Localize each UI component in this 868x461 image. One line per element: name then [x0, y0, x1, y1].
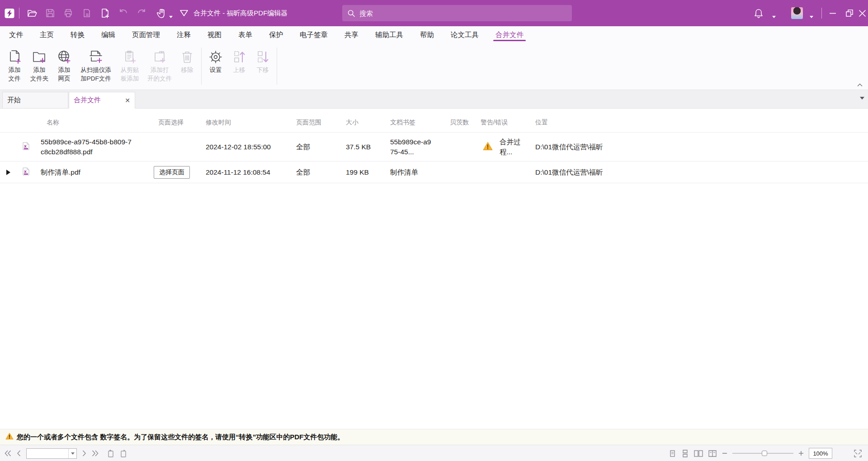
tab-close-icon[interactable]: ✕	[125, 97, 130, 104]
menu-share[interactable]: 共享	[344, 26, 359, 43]
menu-edit[interactable]: 编辑	[101, 26, 115, 43]
warning-icon	[483, 142, 493, 152]
column-header-size[interactable]: 大小	[346, 119, 359, 127]
next-page-icon[interactable]	[82, 450, 86, 456]
single-page-view-icon[interactable]	[669, 450, 676, 457]
previous-view-icon[interactable]	[107, 449, 114, 457]
column-header-modified[interactable]: 修改时间	[206, 119, 231, 127]
redo-icon[interactable]	[137, 8, 146, 18]
zoom-slider[interactable]	[732, 450, 793, 456]
create-pdf-icon[interactable]	[100, 8, 110, 18]
facing-pages-view-icon[interactable]	[694, 450, 703, 457]
nabla-select-icon[interactable]	[179, 8, 189, 18]
undo-icon[interactable]	[118, 8, 128, 18]
next-view-icon[interactable]	[120, 449, 127, 457]
avatar[interactable]	[791, 7, 803, 19]
zoom-out-icon[interactable]	[722, 451, 727, 456]
add-webpage-icon	[57, 48, 72, 66]
file-page-range: 全部	[296, 167, 310, 177]
menu-esign[interactable]: 电子签章	[300, 26, 328, 43]
merge-file-list: 名称 页面选择 修改时间 页面范围 大小 文档书签 贝茨数 警告/错误 位置 5…	[0, 109, 868, 429]
column-header-location[interactable]: 位置	[535, 119, 548, 127]
save-icon[interactable]	[45, 8, 55, 18]
column-header-warnings[interactable]: 警告/错误	[481, 119, 508, 127]
statusbar: 100%	[0, 445, 868, 461]
account-caret-icon[interactable]	[810, 12, 813, 20]
column-header-bookmark[interactable]: 文档书签	[390, 119, 415, 127]
column-header-page-range[interactable]: 页面范围	[296, 119, 321, 127]
continuous-view-icon[interactable]	[681, 450, 689, 457]
open-file-icon[interactable]	[27, 8, 37, 18]
book-view-icon[interactable]	[708, 450, 717, 457]
zoom-in-icon[interactable]	[798, 451, 804, 456]
previous-page-icon[interactable]	[17, 450, 21, 456]
menu-page-management[interactable]: 页面管理	[132, 26, 160, 43]
file-warning-text: 合并过程...	[500, 137, 524, 157]
settings-button[interactable]: 设置	[204, 47, 227, 74]
document-tabstrip: 开始 合并文件 ✕	[0, 90, 868, 109]
page-number-combo[interactable]	[26, 448, 77, 459]
export-doc-icon[interactable]	[82, 8, 92, 18]
hand-tool-icon[interactable]	[156, 8, 166, 18]
search-input[interactable]	[359, 10, 566, 17]
print-icon[interactable]	[63, 8, 73, 18]
add-from-scanner-button[interactable]: 从扫描仪添 加PDF文件	[76, 47, 116, 83]
add-files-button[interactable]: 添加 文件	[3, 47, 26, 83]
table-row[interactable]: 55b989ce-a975-45b8-b809-7c8cb28df888.pdf…	[0, 132, 868, 162]
collapse-ribbon-icon[interactable]	[857, 82, 863, 88]
file-location: D:\01微信代运营\福昕	[535, 142, 603, 152]
menu-comment[interactable]: 注释	[177, 26, 191, 43]
page-number-input[interactable]	[27, 449, 68, 458]
column-header-page-select[interactable]: 页面选择	[158, 119, 184, 127]
search-box[interactable]	[342, 5, 572, 21]
ribbon-separator	[277, 48, 277, 85]
titlebar: 合并文件 - 福昕高级PDF编辑器	[0, 0, 868, 26]
tab-merge-files[interactable]: 合并文件 ✕	[69, 92, 135, 109]
move-down-button: 下移	[251, 47, 274, 74]
remove-button: 移除	[175, 47, 199, 74]
menu-file[interactable]: 文件	[9, 26, 23, 43]
settings-gear-icon	[208, 48, 223, 66]
statusbar-left	[5, 445, 127, 461]
menu-paper-tools[interactable]: 论文工具	[451, 26, 479, 43]
expand-row-icon[interactable]	[6, 170, 10, 175]
fit-page-icon[interactable]	[854, 450, 862, 457]
select-pages-button[interactable]: 选择页面	[154, 166, 190, 179]
add-folder-button[interactable]: 添加 文件夹	[26, 47, 52, 83]
table-row[interactable]: 制作清单.pdf 选择页面 2024-11-12 16:08:54 全部 199…	[0, 162, 868, 183]
last-page-icon[interactable]	[92, 450, 99, 456]
menu-form[interactable]: 表单	[238, 26, 252, 43]
menu-convert[interactable]: 转换	[71, 26, 85, 43]
page-combo-caret-icon[interactable]	[68, 449, 76, 458]
tab-start[interactable]: 开始	[2, 92, 68, 109]
menu-protect[interactable]: 保护	[269, 26, 283, 43]
warning-icon	[5, 432, 14, 442]
file-location: D:\01微信代运营\福昕	[535, 167, 603, 177]
column-header-bates[interactable]: 贝茨数	[450, 119, 469, 127]
menu-help[interactable]: 帮助	[420, 26, 434, 43]
add-folder-icon	[32, 48, 47, 66]
restore-window-icon[interactable]	[844, 8, 854, 18]
menu-merge-files[interactable]: 合并文件	[495, 26, 524, 43]
file-page-range: 全部	[296, 142, 310, 152]
zoom-slider-thumb[interactable]	[762, 451, 767, 456]
menu-home[interactable]: 主页	[40, 26, 54, 43]
hand-tool-caret-icon[interactable]	[169, 12, 173, 20]
menu-accessibility[interactable]: 辅助工具	[375, 26, 403, 43]
ribbon-separator	[201, 48, 202, 85]
zoom-level-value: 100%	[813, 450, 828, 457]
tab-list-dropdown-icon[interactable]	[860, 97, 864, 100]
move-up-button: 上移	[227, 47, 251, 74]
menu-view[interactable]: 视图	[208, 26, 222, 43]
file-size: 199 KB	[346, 168, 369, 176]
add-open-files-button: 添加打 开的文件	[144, 47, 175, 83]
notifications-caret-icon[interactable]	[772, 12, 776, 20]
zoom-level-box[interactable]: 100%	[809, 448, 832, 459]
first-page-icon[interactable]	[5, 450, 11, 456]
add-webpage-button[interactable]: 添加 网页	[52, 47, 76, 83]
close-window-icon[interactable]	[857, 8, 867, 18]
column-header-name[interactable]: 名称	[47, 119, 59, 127]
minimize-icon[interactable]	[828, 8, 838, 18]
file-name: 55b989ce-a975-45b8-b809-7c8cb28df888.pdf	[41, 137, 132, 157]
notifications-bell-icon[interactable]	[754, 8, 764, 18]
